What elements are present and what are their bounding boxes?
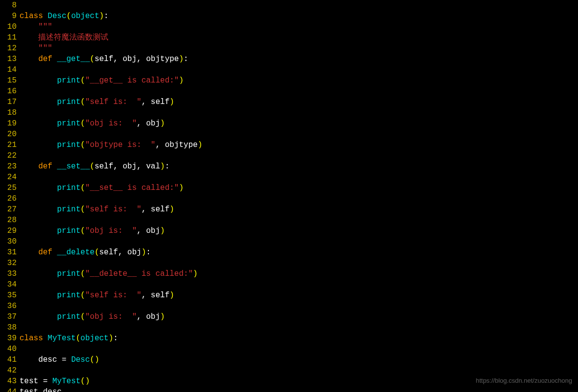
token-param: self, obj [99, 248, 141, 257]
code-content[interactable] [20, 365, 578, 376]
code-content[interactable] [20, 64, 578, 75]
token-punct: : [113, 334, 118, 343]
code-line[interactable]: 8 [0, 0, 578, 11]
code-content[interactable]: class Desc(object): [20, 11, 578, 21]
token-punct: , [142, 205, 151, 214]
code-line[interactable]: 23 def __set__(self, obj, val): [0, 161, 578, 172]
code-content[interactable]: print("self is: ", self) [20, 204, 578, 215]
code-content[interactable] [20, 107, 578, 118]
code-line[interactable]: 39class MyTest(object): [0, 333, 578, 344]
code-line[interactable]: 41 desc = Desc() [0, 354, 578, 365]
code-line[interactable]: 40 [0, 344, 578, 354]
code-content[interactable] [20, 236, 578, 247]
line-number: 9 [0, 11, 20, 21]
token-paren: ( [81, 227, 85, 235]
code-content[interactable] [20, 322, 578, 333]
code-content[interactable]: print("obj is: ", obj) [20, 226, 578, 236]
code-content[interactable]: print("__delete__ is called:") [20, 268, 578, 279]
token-punct: : [146, 248, 151, 257]
code-line[interactable]: 27 print("self is: ", self) [0, 204, 578, 215]
token-ws [20, 76, 57, 85]
code-line[interactable]: 24 [0, 172, 578, 183]
code-content[interactable]: test.desc [20, 387, 578, 392]
token-ws [20, 98, 57, 106]
code-line[interactable]: 19 print("obj is: ", obj) [0, 118, 578, 129]
code-line[interactable]: 18 [0, 107, 578, 118]
code-editor[interactable]: 89class Desc(object):10 """11 描述符魔法函数测试1… [0, 0, 578, 392]
code-line[interactable]: 15 print("__get__ is called:") [0, 75, 578, 86]
code-line[interactable]: 36 [0, 301, 578, 311]
token-kw: def [38, 162, 57, 171]
code-line[interactable]: 26 [0, 193, 578, 204]
code-content[interactable]: print("obj is: ", obj) [20, 311, 578, 322]
line-number: 21 [0, 140, 20, 150]
token-dunder: __delete [57, 248, 95, 257]
token-paren: ( [81, 184, 85, 192]
code-content[interactable]: def __get__(self, obj, objtype): [20, 54, 578, 64]
code-content[interactable]: class MyTest(object): [20, 333, 578, 344]
code-content[interactable] [20, 193, 578, 204]
token-paren: ) [193, 269, 198, 278]
code-line[interactable]: 25 print("__set__ is called:") [0, 183, 578, 193]
code-line[interactable]: 9class Desc(object): [0, 11, 578, 21]
code-content[interactable]: print("__set__ is called:") [20, 183, 578, 193]
code-content[interactable] [20, 258, 578, 268]
code-content[interactable]: print("objtype is: ", objtype) [20, 140, 578, 150]
code-line[interactable]: 42 [0, 365, 578, 376]
token-punct: : [165, 162, 170, 171]
token-punct: , [142, 291, 151, 300]
code-line[interactable]: 31 def __delete(self, obj): [0, 247, 578, 258]
code-line[interactable]: 14 [0, 64, 578, 75]
code-content[interactable]: """ [20, 43, 578, 54]
code-line[interactable]: 17 print("self is: ", self) [0, 97, 578, 107]
code-line[interactable]: 37 print("obj is: ", obj) [0, 311, 578, 322]
code-line[interactable]: 10 """ [0, 21, 578, 32]
code-content[interactable] [20, 129, 578, 140]
token-doctext: 描述符魔法函数测试 [38, 33, 108, 42]
code-content[interactable]: 描述符魔法函数测试 [20, 32, 578, 43]
token-str: "__get__ is called:" [85, 76, 179, 85]
code-line[interactable]: 33 print("__delete__ is called:") [0, 268, 578, 279]
code-line[interactable]: 11 描述符魔法函数测试 [0, 32, 578, 43]
code-content[interactable]: def __set__(self, obj, val): [20, 161, 578, 172]
code-line[interactable]: 21 print("objtype is: ", objtype) [0, 140, 578, 150]
code-content[interactable] [20, 301, 578, 311]
line-number: 15 [0, 75, 20, 86]
code-line[interactable]: 20 [0, 129, 578, 140]
code-line[interactable]: 30 [0, 236, 578, 247]
token-punct: , [137, 312, 146, 321]
code-content[interactable]: """ [20, 21, 578, 32]
code-content[interactable] [20, 215, 578, 226]
code-content[interactable]: desc = Desc() [20, 354, 578, 365]
code-content[interactable] [20, 86, 578, 97]
line-number: 13 [0, 54, 20, 64]
code-line[interactable]: 38 [0, 322, 578, 333]
line-number: 34 [0, 279, 20, 290]
code-content[interactable] [20, 279, 578, 290]
code-line[interactable]: 34 [0, 279, 578, 290]
code-content[interactable] [20, 150, 578, 161]
token-fn: print [57, 227, 81, 235]
code-line[interactable]: 16 [0, 86, 578, 97]
code-content[interactable]: print("self is: ", self) [20, 290, 578, 301]
token-ws [20, 184, 57, 192]
code-line[interactable]: 44test.desc [0, 387, 578, 392]
code-line[interactable]: 28 [0, 215, 578, 226]
token-paren: ( [66, 12, 71, 21]
code-content[interactable]: print("obj is: ", obj) [20, 118, 578, 129]
code-line[interactable]: 29 print("obj is: ", obj) [0, 226, 578, 236]
code-line[interactable]: 13 def __get__(self, obj, objtype): [0, 54, 578, 64]
line-number: 42 [0, 365, 20, 376]
code-line[interactable]: 32 [0, 258, 578, 268]
code-content[interactable] [20, 172, 578, 183]
code-content[interactable] [20, 0, 578, 11]
line-number: 33 [0, 268, 20, 279]
code-content[interactable]: def __delete(self, obj): [20, 247, 578, 258]
code-line[interactable]: 35 print("self is: ", self) [0, 290, 578, 301]
code-line[interactable]: 22 [0, 150, 578, 161]
code-content[interactable] [20, 344, 578, 354]
code-content[interactable]: print("self is: ", self) [20, 97, 578, 107]
code-line[interactable]: 12 """ [0, 43, 578, 54]
line-number: 18 [0, 107, 20, 118]
code-content[interactable]: print("__get__ is called:") [20, 75, 578, 86]
